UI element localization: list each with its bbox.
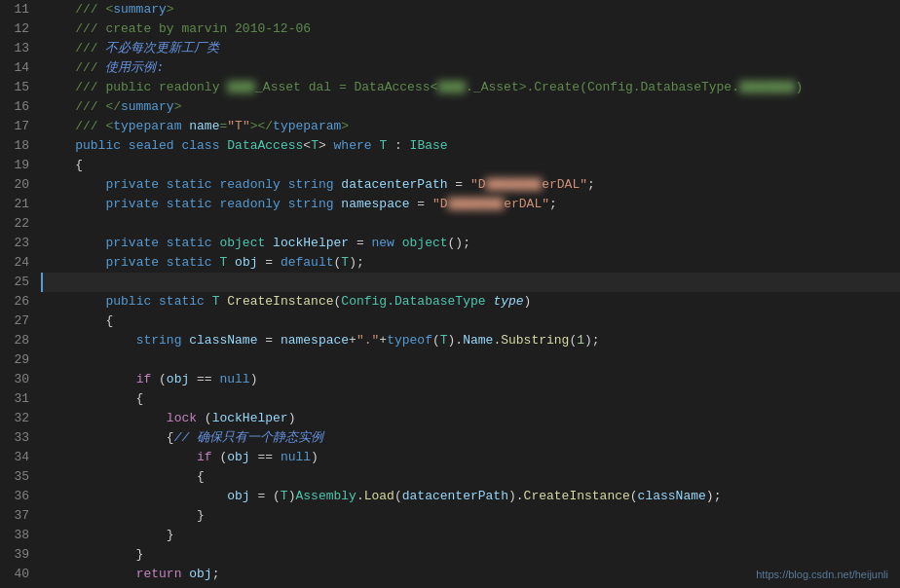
code-line-36: obj = (T)Assembly.Load(datacenterPath).C…	[41, 487, 900, 506]
code-line-28: string className = namespace+"."+typeof(…	[41, 331, 900, 350]
code-line-23: private static object lockHelper = new o…	[41, 234, 900, 253]
code-line-11: /// <summary>	[41, 0, 900, 19]
code-line-27: {	[41, 312, 900, 331]
code-line-35: {	[41, 467, 900, 487]
code-line-15: /// public readonly ████_Asset dal = Dat…	[41, 78, 900, 97]
code-line-24: private static T obj = default(T);	[41, 253, 900, 273]
code-line-16: /// </summary>	[41, 97, 900, 117]
code-line-39: }	[41, 545, 900, 565]
code-line-21: private static readonly string namespace…	[41, 195, 900, 214]
code-line-30: if (obj == null)	[41, 370, 900, 389]
code-line-20: private static readonly string datacente…	[41, 175, 900, 195]
code-line-31: {	[41, 389, 900, 409]
line-numbers: 11 12 13 14 15 16 17 18 19 20 21 22 23 2…	[0, 0, 41, 588]
code-line-32: lock (lockHelper)	[41, 409, 900, 428]
code-line-37: }	[41, 506, 900, 526]
code-line-34: if (obj == null)	[41, 448, 900, 467]
code-line-12: /// create by marvin 2010-12-06	[41, 19, 900, 39]
code-line-18: public sealed class DataAccess<T> where …	[41, 136, 900, 156]
code-line-17: /// <typeparam name="T"></typeparam>	[41, 117, 900, 136]
code-line-19: {	[41, 156, 900, 175]
code-line-33: {// 确保只有一个静态实例	[41, 428, 900, 448]
watermark: https://blog.csdn.net/heijunli	[756, 569, 888, 580]
code-line-25	[41, 273, 900, 292]
code-content: /// <summary> /// create by marvin 2010-…	[41, 0, 900, 588]
code-line-38: }	[41, 526, 900, 545]
code-line-26: public static T CreateInstance(Config.Da…	[41, 292, 900, 312]
code-line-22	[41, 214, 900, 234]
code-editor: 11 12 13 14 15 16 17 18 19 20 21 22 23 2…	[0, 0, 900, 588]
code-line-29	[41, 350, 900, 370]
code-line-14: /// 使用示例:	[41, 58, 900, 78]
code-line-13: /// 不必每次更新工厂类	[41, 39, 900, 58]
